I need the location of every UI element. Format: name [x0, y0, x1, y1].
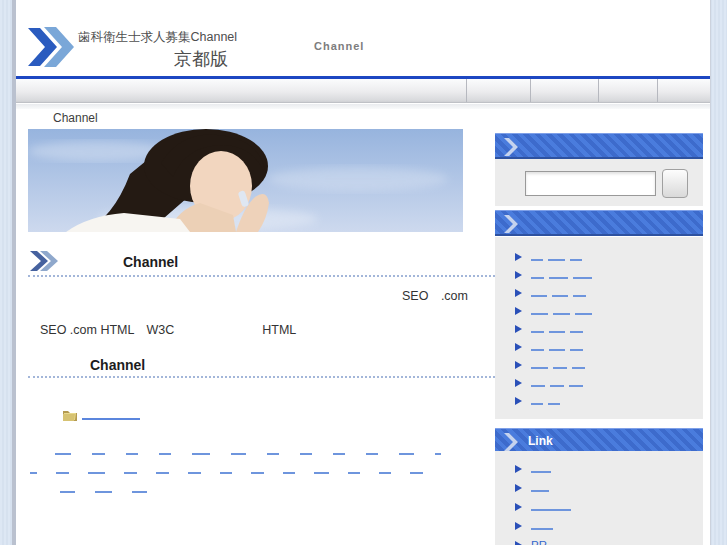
sidebar-link-underline[interactable]	[552, 295, 568, 297]
text-link-underline[interactable]	[192, 453, 210, 455]
sidebar-link-underline[interactable]	[549, 331, 565, 333]
sidebar-list-item[interactable]: PR	[515, 536, 703, 545]
sidebar-link-underline[interactable]	[531, 403, 543, 405]
sidebar-link-underline[interactable]	[548, 403, 560, 405]
sidebar-list-item[interactable]	[515, 266, 703, 284]
sidebar-link-underline[interactable]	[531, 490, 549, 492]
search-input[interactable]	[525, 171, 656, 196]
sidebar-link-underline[interactable]	[573, 295, 586, 297]
text-link-underline[interactable]	[126, 453, 138, 455]
sidebar-link-underline[interactable]	[531, 349, 544, 351]
hero-photo-woman-on-phone	[28, 129, 463, 232]
sidebar-link-underline[interactable]	[531, 528, 553, 530]
triangle-bullet-icon	[515, 343, 522, 351]
text-link-underline[interactable]	[366, 453, 378, 455]
text-link-underline[interactable]	[435, 453, 441, 455]
nav-item-1[interactable]	[16, 79, 466, 102]
sidebar-link-underline[interactable]	[575, 313, 592, 315]
sidebar-link-underline[interactable]	[531, 313, 548, 315]
sidebar-list-item[interactable]	[515, 517, 703, 536]
text-link-underline[interactable]	[399, 453, 414, 455]
sidebar-link-underline[interactable]	[531, 331, 544, 333]
sidebar-link-underline[interactable]	[531, 471, 551, 473]
logo-subtitle: 京都版	[78, 47, 228, 71]
text-link-underline[interactable]	[231, 453, 246, 455]
sidebar-list-item[interactable]	[515, 356, 703, 374]
text-link-underline[interactable]	[251, 472, 264, 474]
sidebar-link-underline[interactable]	[550, 385, 564, 387]
sidebar-list-item[interactable]	[515, 338, 703, 356]
text-link-underline[interactable]	[220, 472, 232, 474]
sidebar-list-item[interactable]	[515, 479, 703, 498]
triangle-bullet-icon	[515, 271, 522, 279]
chevron-icon	[504, 433, 518, 451]
text-link-underline[interactable]	[410, 472, 423, 474]
text-link-underline[interactable]	[30, 472, 37, 474]
sidebar-link-underline[interactable]	[570, 349, 583, 351]
text-link-underline[interactable]	[188, 472, 201, 474]
search-button[interactable]	[662, 169, 688, 198]
sidebar-list-item[interactable]	[515, 374, 703, 392]
sidebar-link-underline[interactable]	[531, 259, 543, 261]
text-link-underline[interactable]	[88, 472, 105, 474]
text-link-underline[interactable]	[283, 472, 295, 474]
sidebar-link-underline[interactable]	[531, 367, 548, 369]
sidebar-link-underline[interactable]	[531, 277, 544, 279]
text-link-underline[interactable]	[95, 491, 112, 493]
sidebar-link-underline[interactable]	[531, 385, 545, 387]
sidebar-link-underline[interactable]	[573, 277, 592, 279]
intro-line2-right: HTML	[262, 323, 296, 337]
text-link-underline[interactable]	[124, 472, 137, 474]
sidebar-link[interactable]: PR	[531, 539, 547, 545]
text-link-underline[interactable]	[348, 472, 360, 474]
text-link-underline[interactable]	[132, 491, 147, 493]
page: 歯科衛生士求人募集Channel 京都版 Channel Channel	[0, 0, 727, 545]
text-link-underline[interactable]	[159, 453, 171, 455]
sidebar-link-underline[interactable]	[572, 367, 585, 369]
text-link-underline[interactable]	[333, 453, 345, 455]
search-panel	[495, 159, 703, 206]
nav-item-4[interactable]	[598, 79, 657, 102]
nav-item-3[interactable]	[530, 79, 598, 102]
section2-divider	[28, 376, 499, 378]
sidebar-list-item[interactable]	[515, 302, 703, 320]
site-logo-chevrons-icon[interactable]	[28, 27, 76, 71]
triangle-bullet-icon	[515, 379, 522, 387]
text-link-underline[interactable]	[379, 472, 391, 474]
sidebar-list-item[interactable]	[515, 498, 703, 517]
text-link-underline[interactable]	[314, 472, 329, 474]
sidebar-link-underline[interactable]	[531, 509, 571, 511]
nav-sub-strip	[16, 104, 710, 109]
sidebar-list-item[interactable]	[515, 392, 703, 410]
triangle-bullet-icon	[515, 484, 522, 492]
sidebar-list-item[interactable]	[515, 284, 703, 302]
sidebar-link-underline[interactable]	[548, 259, 565, 261]
sidebar-link-underline[interactable]	[553, 313, 570, 315]
folder-link-row[interactable]	[62, 406, 140, 424]
section1-divider	[28, 275, 499, 277]
triangle-bullet-icon	[515, 289, 522, 297]
text-link-underline[interactable]	[60, 491, 75, 493]
text-link-underline[interactable]	[92, 453, 105, 455]
triangle-bullet-icon	[515, 325, 522, 333]
sidebar-list-item[interactable]	[515, 320, 703, 338]
text-link-underline[interactable]	[300, 453, 312, 455]
text-link-underline[interactable]	[56, 472, 69, 474]
text-link-underline[interactable]	[267, 453, 279, 455]
sidebar-list-item[interactable]	[515, 460, 703, 479]
text-link-underline[interactable]	[156, 472, 169, 474]
sidebar-link-underline[interactable]	[549, 277, 568, 279]
text-link-underline[interactable]	[55, 453, 71, 455]
nav-item-5[interactable]	[657, 79, 710, 102]
sidebar-list-item[interactable]	[515, 248, 703, 266]
folder-icon	[62, 408, 79, 422]
site-logo-text[interactable]: 歯科衛生士求人募集Channel 京都版	[78, 29, 228, 71]
sidebar-link-underline[interactable]	[531, 295, 547, 297]
sidebar-link-underline[interactable]	[570, 331, 583, 333]
sidebar-link-underline[interactable]	[549, 349, 565, 351]
sidebar-link-underline[interactable]	[569, 385, 583, 387]
sidebar-link-underline[interactable]	[553, 367, 567, 369]
nav-item-2[interactable]	[466, 79, 530, 102]
sidebar-link-underline[interactable]	[570, 259, 582, 261]
folder-link-underline[interactable]	[82, 418, 140, 420]
